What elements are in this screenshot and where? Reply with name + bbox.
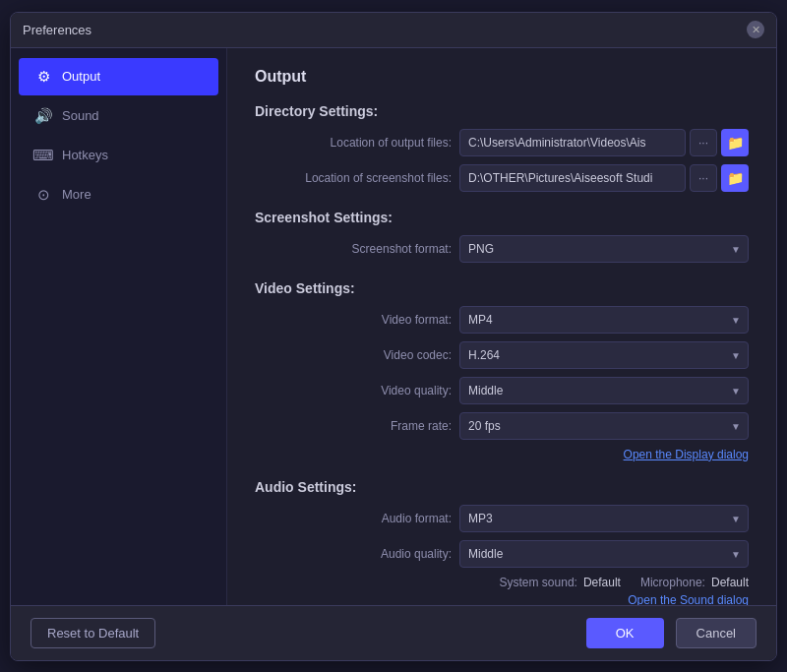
audio-quality-select[interactable]: Low Middle High: [459, 540, 749, 568]
microphone-label: Microphone:: [640, 576, 705, 589]
footer: Reset to Default OK Cancel: [11, 605, 776, 660]
screenshot-files-row: Location of screenshot files: D:\OTHER\P…: [255, 164, 749, 192]
screenshot-files-input-group: D:\OTHER\Pictures\Aiseesoft Studi ··· 📁: [459, 164, 749, 192]
footer-actions: OK Cancel: [586, 618, 757, 648]
frame-rate-select[interactable]: 20 fps 24 fps 30 fps 60 fps: [459, 412, 749, 440]
screenshot-format-select[interactable]: PNG JPG BMP GIF: [459, 235, 749, 263]
sidebar-label-hotkeys: Hotkeys: [62, 148, 108, 162]
directory-section-title: Directory Settings:: [255, 103, 749, 119]
screenshot-format-dropdown-wrapper: PNG JPG BMP GIF ▼: [459, 235, 749, 263]
folder-icon-output: 📁: [727, 135, 744, 151]
output-files-row: Location of output files: C:\Users\Admin…: [255, 129, 749, 156]
video-codec-row: Video codec: H.264 H.265 MPEG-4 ▼: [255, 341, 749, 369]
audio-info-row: System sound: Default Microphone: Defaul…: [255, 576, 749, 589]
system-sound-label: System sound:: [500, 576, 577, 589]
sidebar-item-hotkeys[interactable]: ⌨ Hotkeys: [19, 137, 218, 174]
screenshot-format-label: Screenshot format:: [255, 242, 452, 256]
sidebar: ⚙ Output 🔊 Sound ⌨ Hotkeys ⊙ More: [11, 48, 227, 605]
dialog-title: Preferences: [23, 23, 91, 37]
sound-icon: 🔊: [34, 107, 52, 125]
output-files-label: Location of output files:: [255, 136, 452, 150]
sidebar-item-output[interactable]: ⚙ Output: [19, 58, 218, 95]
sidebar-label-output: Output: [62, 69, 100, 84]
output-files-value: C:\Users\Administrator\Videos\Ais: [459, 129, 686, 156]
sidebar-label-more: More: [62, 187, 91, 202]
close-button[interactable]: ✕: [747, 21, 764, 38]
cancel-button[interactable]: Cancel: [676, 618, 757, 648]
audio-format-select[interactable]: MP3 AAC WAV FLAC: [459, 505, 749, 532]
sound-dialog-link[interactable]: Open the Sound dialog: [461, 593, 749, 605]
sidebar-item-more[interactable]: ⊙ More: [19, 176, 218, 214]
preferences-dialog: Preferences ✕ ⚙ Output 🔊 Sound ⌨ Hotkeys…: [10, 12, 777, 661]
video-quality-select[interactable]: Low Middle High: [459, 377, 749, 404]
sidebar-label-sound: Sound: [62, 108, 99, 123]
reset-button[interactable]: Reset to Default: [30, 618, 155, 648]
microphone-value: Default: [711, 576, 749, 589]
screenshot-format-row: Screenshot format: PNG JPG BMP GIF ▼: [255, 235, 749, 263]
audio-format-label: Audio format:: [255, 512, 452, 525]
more-icon: ⊙: [34, 186, 52, 204]
panel-content: Output Directory Settings: Location of o…: [227, 48, 776, 605]
hotkeys-icon: ⌨: [34, 147, 52, 164]
video-quality-dropdown-wrapper: Low Middle High ▼: [459, 377, 749, 404]
output-files-folder-button[interactable]: 📁: [721, 129, 749, 156]
frame-rate-dropdown-wrapper: 20 fps 24 fps 30 fps 60 fps ▼: [459, 412, 749, 440]
output-files-input-group: C:\Users\Administrator\Videos\Ais ··· 📁: [459, 129, 749, 156]
panel-container: Output Directory Settings: Location of o…: [227, 48, 776, 605]
video-format-row: Video format: MP4 MOV AVI MKV ▼: [255, 306, 749, 334]
output-files-dots-button[interactable]: ···: [690, 129, 717, 156]
title-bar: Preferences ✕: [11, 13, 776, 48]
system-sound-info: System sound: Default: [500, 576, 621, 589]
audio-quality-row: Audio quality: Low Middle High ▼: [255, 540, 749, 568]
video-section-title: Video Settings:: [255, 280, 749, 296]
screenshot-files-dots-button[interactable]: ···: [690, 164, 717, 192]
video-format-select[interactable]: MP4 MOV AVI MKV: [459, 306, 749, 334]
audio-format-dropdown-wrapper: MP3 AAC WAV FLAC ▼: [459, 505, 749, 532]
folder-icon-screenshot: 📁: [727, 170, 744, 186]
video-quality-label: Video quality:: [255, 384, 452, 397]
audio-quality-dropdown-wrapper: Low Middle High ▼: [459, 540, 749, 568]
screenshot-section-title: Screenshot Settings:: [255, 210, 749, 225]
sidebar-item-sound[interactable]: 🔊 Sound: [19, 97, 218, 135]
screenshot-files-folder-button[interactable]: 📁: [721, 164, 749, 192]
screenshot-files-label: Location of screenshot files:: [255, 171, 452, 185]
video-codec-select[interactable]: H.264 H.265 MPEG-4: [459, 341, 749, 369]
frame-rate-row: Frame rate: 20 fps 24 fps 30 fps 60 fps …: [255, 412, 749, 440]
video-codec-label: Video codec:: [255, 348, 452, 362]
audio-section-title: Audio Settings:: [255, 479, 749, 495]
video-format-dropdown-wrapper: MP4 MOV AVI MKV ▼: [459, 306, 749, 334]
system-sound-value: Default: [583, 576, 621, 589]
microphone-info: Microphone: Default: [640, 576, 749, 589]
display-dialog-link[interactable]: Open the Display dialog: [461, 448, 749, 461]
audio-format-row: Audio format: MP3 AAC WAV FLAC ▼: [255, 505, 749, 532]
video-format-label: Video format:: [255, 313, 452, 327]
ok-button[interactable]: OK: [586, 618, 664, 648]
video-quality-row: Video quality: Low Middle High ▼: [255, 377, 749, 404]
video-codec-dropdown-wrapper: H.264 H.265 MPEG-4 ▼: [459, 341, 749, 369]
main-content: ⚙ Output 🔊 Sound ⌨ Hotkeys ⊙ More Output: [11, 48, 776, 605]
audio-quality-label: Audio quality:: [255, 547, 452, 561]
screenshot-files-value: D:\OTHER\Pictures\Aiseesoft Studi: [459, 164, 686, 192]
output-icon: ⚙: [34, 68, 52, 86]
panel-title: Output: [255, 68, 749, 86]
frame-rate-label: Frame rate:: [255, 419, 452, 433]
